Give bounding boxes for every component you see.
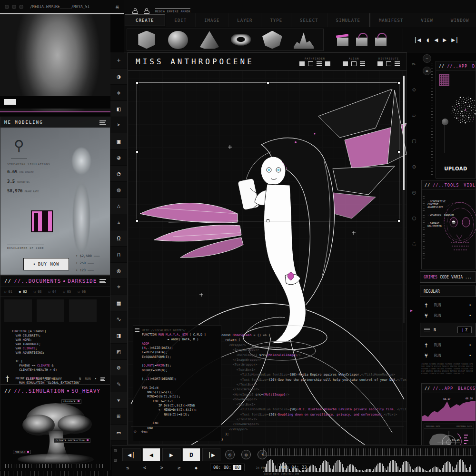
diamond-tool[interactable]: ◇ [412, 86, 416, 93]
window-button[interactable] [19, 5, 23, 9]
skip-button-0[interactable]: ≤ [122, 465, 133, 470]
selection-handle[interactable] [397, 150, 400, 153]
box-arc-icon[interactable] [356, 38, 367, 46]
move-tool[interactable]: + [110, 52, 127, 69]
audio-waveform[interactable] [263, 458, 473, 472]
fill-dark-tool[interactable]: ◨ [110, 327, 127, 344]
align-icon[interactable] [343, 61, 348, 66]
pathfinder-icon[interactable] [325, 61, 330, 66]
selection-handle[interactable] [136, 219, 139, 222]
deform-tool[interactable]: ◍ [110, 182, 127, 198]
align-icon[interactable] [351, 61, 357, 66]
distribute-icon[interactable] [395, 61, 400, 66]
buy-now-button[interactable]: • BUY NOW [23, 258, 69, 270]
selection-handle[interactable] [397, 81, 400, 84]
mesh-sphere-tool[interactable]: ◕ [110, 149, 127, 166]
play-icon[interactable]: ▶ [443, 36, 446, 43]
spray-tool[interactable]: ∗ [110, 392, 127, 408]
box-arc2-icon[interactable] [375, 38, 387, 46]
fill-light-tool[interactable]: ◩ [110, 344, 127, 360]
terrain-primitive-button[interactable] [294, 31, 314, 49]
doc-tab-05[interactable]: ○ 05 [63, 290, 71, 294]
cube-tool[interactable]: ◧ [110, 101, 127, 117]
box-pink-icon[interactable] [337, 38, 348, 46]
upload-button[interactable]: UPLOAD [444, 166, 467, 171]
menu-icon[interactable] [135, 328, 139, 332]
radar-tab-personal[interactable]: PERSONAL DATA [426, 425, 440, 427]
select-cursor-tool[interactable]: ➤ [110, 117, 127, 133]
doc-tab-02[interactable]: ◉ 02 [19, 290, 27, 294]
sphere-primitive-button[interactable] [168, 31, 188, 49]
skip-button-2[interactable]: > [157, 465, 167, 470]
skip-button-1[interactable]: < [139, 465, 150, 470]
pen-tool[interactable]: ✎ [110, 376, 127, 392]
skip-start-icon[interactable]: |◀ [414, 36, 421, 43]
mesh-orbit-tool[interactable]: ◔ [110, 166, 127, 182]
lock-tool[interactable]: ▢ [412, 137, 416, 144]
bulb-tool[interactable]: ʘ [412, 163, 416, 170]
selection-handle[interactable] [267, 81, 269, 84]
run-row[interactable]: †RUN• [420, 340, 476, 350]
transport-circle-0[interactable]: ◴ [225, 450, 235, 459]
triangle-mesh-tool[interactable]: ▵ [110, 214, 127, 230]
distribute-icon[interactable] [377, 61, 383, 66]
magnet-tool[interactable]: Ω [110, 230, 127, 247]
users-icon[interactable] [144, 8, 149, 13]
menu-icon[interactable] [100, 377, 105, 381]
doc-thumbnail[interactable] [37, 299, 64, 322]
menu-item-manifest[interactable]: MANIFEST [369, 13, 412, 27]
icosahedron-primitive-button[interactable] [262, 31, 282, 49]
bulb-alt-tool[interactable]: ◌ [412, 240, 416, 247]
menu-icon[interactable] [99, 120, 106, 125]
menu-item-type[interactable]: TYPE [261, 13, 291, 27]
sigma-field[interactable]: ❘Σ [457, 327, 472, 333]
shape-halves-tool[interactable]: ◑ [110, 69, 127, 85]
knob-minus[interactable]: − [423, 54, 431, 63]
knob-eq[interactable]: ≡ [423, 67, 431, 75]
menu-item-layer[interactable]: LAYER [228, 13, 261, 27]
node-tool[interactable]: ⌖ [110, 279, 127, 295]
step-forward-icon[interactable]: ▶| [451, 36, 459, 43]
grid-select-tool[interactable]: ▦ [110, 295, 127, 311]
pathfinder-icon[interactable] [299, 61, 305, 66]
diamond-filled-icon[interactable]: ◈ [141, 429, 143, 434]
lens-tool[interactable]: ◎ [412, 188, 416, 196]
torus-primitive-button[interactable] [231, 34, 251, 46]
quad-tool[interactable]: ▱ [412, 111, 416, 119]
cone-primitive-button[interactable] [199, 31, 219, 49]
transport-circle-1[interactable]: ◎ [241, 450, 251, 459]
skip-button-3[interactable]: ≥ [174, 465, 184, 470]
step-back-icon[interactable]: ◀ [434, 36, 438, 43]
timecode-current[interactable]: 00: 00:00 [210, 464, 245, 471]
menu-item-simulate[interactable]: SIMULATE [327, 13, 369, 27]
font-family-select[interactable]: GRIMES CODE VARIA ... [420, 271, 476, 283]
run-row[interactable]: ¥RUN• [420, 350, 476, 361]
rotate-tool[interactable]: ⊘ [110, 360, 127, 376]
jsx-code-overlay[interactable]: const HomeSplash = () => { return ( <Wra… [221, 333, 378, 435]
menu-item-create[interactable]: CREATE [125, 14, 165, 26]
model-figure[interactable] [60, 129, 103, 272]
duplicate-tool[interactable]: ⊞ [110, 408, 127, 425]
doc-tab-04[interactable]: ○ 04 [49, 290, 57, 294]
menu-item-image[interactable]: IMAGE [196, 13, 228, 27]
run-row[interactable]: †RUN• [420, 300, 476, 310]
selection-handle[interactable] [267, 219, 269, 222]
skip-button-4[interactable]: ◆ [191, 465, 201, 470]
playback-button-0[interactable]: ◀| [122, 448, 140, 461]
canvas-scrollbar[interactable] [403, 76, 405, 323]
doc-tab-01[interactable]: ○ 01 [4, 290, 12, 294]
canvas[interactable]: HTTP://LOCALHOST:GRIMES/FUNCTION RUN M,A… [128, 70, 407, 445]
diamond-grid-tool[interactable]: ❖ [110, 85, 127, 101]
menu-icon[interactable] [99, 279, 106, 283]
bulb-dot-tool[interactable]: ○ [412, 214, 416, 221]
distribute-icon[interactable] [386, 61, 391, 66]
window-button[interactable] [12, 5, 16, 9]
lock-tool[interactable]: ▣ [110, 133, 127, 149]
doc-thumbnail[interactable] [69, 299, 97, 322]
align-icon[interactable] [360, 61, 365, 66]
selection-marquee[interactable] [137, 82, 399, 221]
menu-item-edit[interactable]: EDIT [166, 13, 196, 27]
window-button[interactable] [5, 5, 9, 9]
pathfinder-icon[interactable] [308, 61, 313, 66]
menu-item-select[interactable]: SELECT [291, 13, 327, 27]
